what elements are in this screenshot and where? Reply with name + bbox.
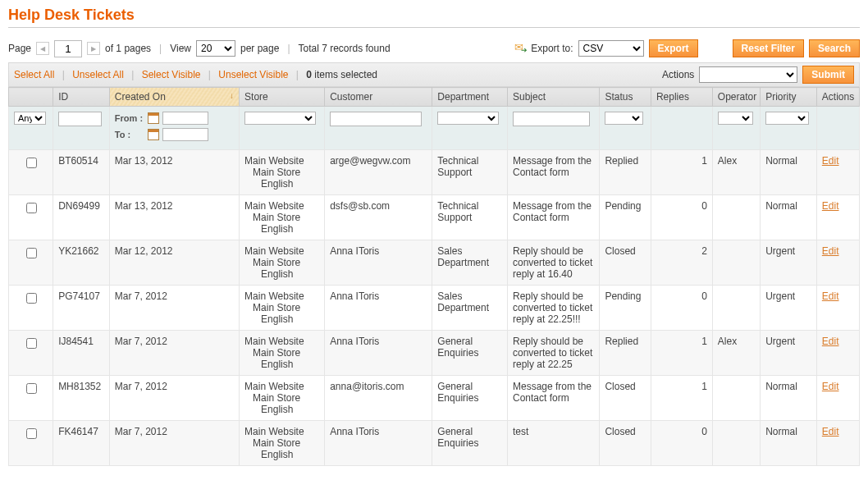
row-checkbox[interactable]	[26, 428, 37, 439]
view-label: View	[170, 43, 191, 54]
select-all-link[interactable]: Select All	[14, 69, 54, 80]
per-page-select[interactable]: 20	[196, 40, 235, 57]
cell-operator	[712, 240, 760, 286]
calendar-icon[interactable]	[148, 112, 159, 124]
table-row[interactable]: BT60514Mar 13, 2012Main Website Main Sto…	[9, 150, 860, 195]
unselect-all-link[interactable]: Unselect All	[72, 69, 124, 80]
row-checkbox[interactable]	[26, 248, 37, 258]
table-row[interactable]: DN69499Mar 13, 2012Main Website Main Sto…	[9, 195, 860, 240]
actions-select[interactable]	[699, 66, 797, 83]
filter-store-select[interactable]	[244, 112, 316, 125]
col-priority[interactable]: Priority	[761, 88, 817, 107]
col-subject[interactable]: Subject	[507, 88, 599, 107]
col-store[interactable]: Store	[240, 88, 325, 107]
filter-department-select[interactable]	[437, 112, 499, 125]
unselect-visible-link[interactable]: Unselect Visible	[218, 69, 288, 80]
col-id[interactable]: ID	[53, 88, 110, 107]
col-department[interactable]: Department	[432, 88, 508, 107]
cell-created: Mar 12, 2012	[109, 240, 239, 286]
filter-priority-select[interactable]	[765, 112, 809, 125]
cell-customer: Anna IToris	[325, 331, 432, 376]
row-checkbox[interactable]	[26, 383, 37, 394]
edit-link[interactable]: Edit	[822, 381, 839, 392]
cell-id: IJ84541	[53, 331, 110, 376]
export-button[interactable]: Export	[649, 39, 698, 57]
cell-status: Replied	[600, 331, 651, 376]
filter-customer-input[interactable]	[330, 112, 422, 126]
filter-subject-input[interactable]	[513, 112, 590, 126]
row-checkbox[interactable]	[26, 338, 37, 349]
cell-priority: Urgent	[761, 286, 817, 331]
edit-link[interactable]: Edit	[822, 426, 839, 437]
cell-department: General Enquiries	[432, 421, 508, 466]
next-page-button[interactable]: ▶	[87, 42, 100, 55]
prev-page-button[interactable]: ◀	[36, 42, 49, 55]
cell-created: Mar 13, 2012	[109, 150, 239, 195]
table-row[interactable]: FK46147Mar 7, 2012Main Website Main Stor…	[9, 421, 860, 466]
cell-created: Mar 7, 2012	[109, 376, 239, 421]
massaction-bar: Select All | Unselect All | Select Visib…	[8, 62, 860, 87]
cell-customer: Anna IToris	[325, 240, 432, 286]
cell-status: Replied	[600, 150, 651, 195]
table-row[interactable]: MH81352Mar 7, 2012Main Website Main Stor…	[9, 376, 860, 421]
row-checkbox[interactable]	[26, 203, 37, 213]
submit-button[interactable]: Submit	[802, 66, 854, 84]
cell-department: Sales Department	[432, 240, 508, 286]
col-created-on[interactable]: Created On ↓	[109, 88, 239, 107]
cell-department: Technical Support	[432, 195, 508, 240]
cell-actions: Edit	[816, 331, 859, 376]
cell-id: DN69499	[53, 195, 110, 240]
cell-priority: Normal	[761, 421, 817, 466]
toolbar: Page ◀ ▶ of 1 pages | View 20 per page |…	[8, 39, 860, 57]
filter-status-select[interactable]	[605, 112, 643, 125]
col-status[interactable]: Status	[600, 88, 651, 107]
table-row[interactable]: PG74107Mar 7, 2012Main Website Main Stor…	[9, 286, 860, 331]
cell-replies: 2	[651, 240, 712, 286]
filter-checkbox-select[interactable]: Any	[14, 112, 46, 125]
filter-from-label: From :	[115, 113, 144, 123]
per-page-label: per page	[240, 43, 279, 54]
select-visible-link[interactable]: Select Visible	[142, 69, 201, 80]
row-checkbox[interactable]	[26, 158, 37, 168]
edit-link[interactable]: Edit	[822, 155, 839, 167]
cell-subject: Reply should be converted to ticket repl…	[507, 240, 599, 286]
edit-link[interactable]: Edit	[822, 290, 839, 302]
cell-replies: 0	[651, 421, 712, 466]
filter-from-input[interactable]	[162, 112, 208, 125]
edit-link[interactable]: Edit	[822, 336, 839, 347]
filter-id-input[interactable]	[58, 112, 102, 126]
cell-store: Main Website Main Store English	[240, 376, 325, 421]
search-button[interactable]: Search	[809, 39, 860, 57]
cell-store: Main Website Main Store English	[240, 150, 325, 195]
cell-store: Main Website Main Store English	[240, 421, 325, 466]
export-format-select[interactable]: CSV	[578, 40, 644, 57]
cell-operator	[712, 376, 760, 421]
cell-department: Technical Support	[432, 150, 508, 195]
table-row[interactable]: YK21662Mar 12, 2012Main Website Main Sto…	[9, 240, 860, 286]
col-checkbox[interactable]	[9, 88, 53, 107]
calendar-icon[interactable]	[148, 129, 159, 140]
cell-replies: 1	[651, 331, 712, 376]
cell-subject: Reply should be converted to ticket repl…	[507, 286, 599, 331]
cell-actions: Edit	[816, 150, 859, 195]
cell-priority: Normal	[761, 195, 817, 240]
reset-filter-button[interactable]: Reset Filter	[733, 39, 804, 57]
export-icon	[514, 43, 526, 53]
col-operator[interactable]: Operator	[712, 88, 760, 107]
page-input[interactable]	[54, 40, 82, 57]
cell-customer: Anna IToris	[325, 421, 432, 466]
table-row[interactable]: IJ84541Mar 7, 2012Main Website Main Stor…	[9, 331, 860, 376]
cell-operator	[712, 421, 760, 466]
cell-department: General Enquiries	[432, 331, 508, 376]
edit-link[interactable]: Edit	[822, 245, 839, 257]
row-checkbox[interactable]	[26, 293, 37, 304]
edit-link[interactable]: Edit	[822, 200, 839, 212]
cell-subject: Reply should be converted to ticket repl…	[507, 331, 599, 376]
filter-to-input[interactable]	[162, 128, 208, 141]
cell-created: Mar 7, 2012	[109, 331, 239, 376]
col-customer[interactable]: Customer	[325, 88, 432, 107]
cell-operator	[712, 195, 760, 240]
col-replies[interactable]: Replies	[651, 88, 712, 107]
filter-operator-select[interactable]	[718, 112, 753, 125]
filter-to-label: To :	[115, 130, 144, 139]
